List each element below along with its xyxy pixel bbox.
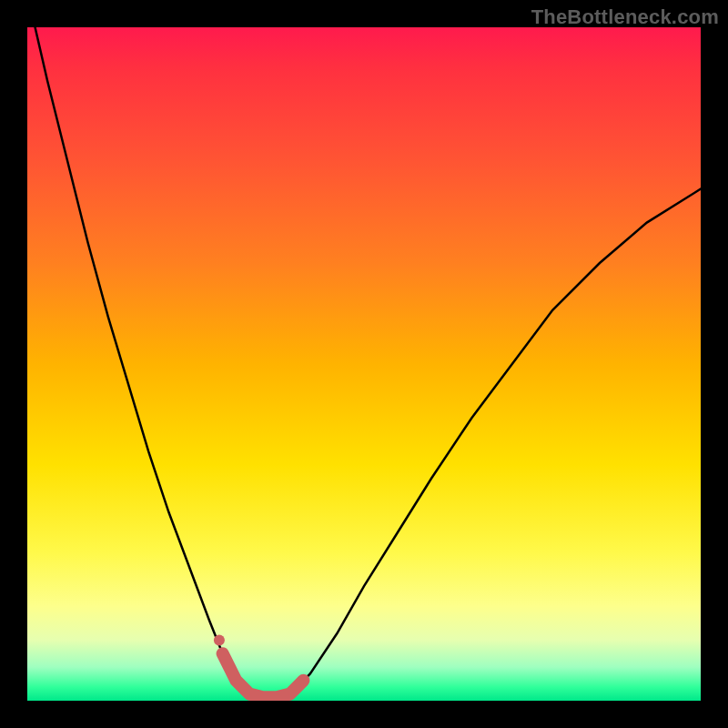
watermark-text: TheBottleneck.com [531, 5, 719, 29]
bottleneck-curve [27, 27, 701, 697]
chart-frame: TheBottleneck.com [0, 0, 728, 728]
plot-area [27, 27, 701, 701]
highlighted-range-stroke [223, 653, 304, 697]
curve-layer [27, 27, 701, 701]
highlighted-range-dot [214, 634, 225, 645]
highlighted-range-markers [214, 634, 304, 697]
bottleneck-curve-path [27, 27, 701, 697]
